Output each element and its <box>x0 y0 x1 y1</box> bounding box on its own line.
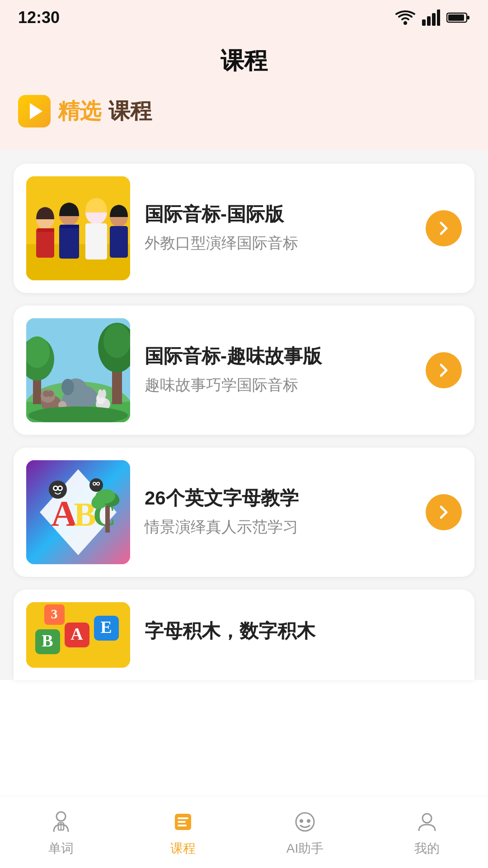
course-thumbnail-1 <box>26 176 130 280</box>
svg-rect-78 <box>178 821 186 823</box>
svg-rect-20 <box>38 228 54 232</box>
courses-icon <box>171 810 195 834</box>
ai-icon <box>293 810 317 834</box>
svg-point-63 <box>97 483 99 485</box>
signal-icon <box>422 9 440 26</box>
svg-rect-2 <box>427 16 431 26</box>
status-icons <box>395 9 470 26</box>
wifi-icon <box>395 9 416 26</box>
forest-illustration <box>26 318 130 422</box>
course-title-3: 26个英文字母教学 <box>145 487 411 509</box>
svg-rect-19 <box>110 226 128 258</box>
course-card-4[interactable]: B A E 3 字母积木，数字积木 <box>14 590 474 680</box>
svg-rect-7 <box>448 14 464 21</box>
nav-icon-mine <box>413 807 441 836</box>
svg-point-0 <box>404 21 407 25</box>
svg-rect-3 <box>432 13 436 26</box>
nav-icon-words <box>47 807 75 836</box>
svg-point-37 <box>47 391 54 397</box>
svg-point-83 <box>422 814 432 823</box>
mine-icon <box>415 810 439 834</box>
svg-rect-77 <box>178 817 188 819</box>
course-card-2[interactable]: 国际音标-趣味故事版 趣味故事巧学国际音标 <box>14 306 474 435</box>
course-thumbnail-3: A B C <box>26 460 130 564</box>
nav-label-courses: 课程 <box>170 840 196 857</box>
blocks-illustration: B A E 3 <box>26 602 130 668</box>
svg-point-82 <box>307 819 310 823</box>
svg-point-59 <box>89 478 103 492</box>
svg-rect-13 <box>36 228 54 258</box>
svg-point-73 <box>56 812 66 821</box>
svg-rect-15 <box>59 225 79 259</box>
course-subtitle-2: 趣味故事巧学国际音标 <box>145 375 411 396</box>
svg-text:A: A <box>70 624 83 643</box>
course-subtitle-1: 外教口型演绎国际音标 <box>145 233 411 254</box>
svg-rect-55 <box>105 505 110 533</box>
words-icon <box>49 810 73 834</box>
course-thumbnail-2 <box>26 318 130 422</box>
abc-illustration: A B C <box>26 460 130 564</box>
course-title-4: 字母积木，数字积木 <box>145 620 462 642</box>
course-title-2: 国际音标-趣味故事版 <box>145 345 411 368</box>
featured-section: 精选 课程 <box>0 95 488 150</box>
course-info-2: 国际音标-趣味故事版 趣味故事巧学国际音标 <box>145 345 411 396</box>
nav-item-mine[interactable]: 我的 <box>366 807 488 857</box>
students-illustration <box>26 176 130 280</box>
nav-item-words[interactable]: 单词 <box>0 807 122 857</box>
course-info-1: 国际音标-国际版 外教口型演绎国际音标 <box>145 203 411 254</box>
nav-label-ai: AI助手 <box>286 840 324 857</box>
nav-label-mine: 我的 <box>414 840 440 857</box>
arrow-right-icon <box>436 220 452 236</box>
svg-point-54 <box>59 487 61 490</box>
course-subtitle-3: 情景演绎真人示范学习 <box>145 517 411 538</box>
status-bar: 12:30 <box>0 0 488 32</box>
svg-point-81 <box>300 819 303 823</box>
featured-label: 精选 课程 <box>18 95 470 127</box>
arrow-right-icon-3 <box>436 504 452 520</box>
svg-point-33 <box>61 379 74 395</box>
course-title-1: 国际音标-国际版 <box>145 203 411 226</box>
course-arrow-1[interactable] <box>426 210 462 246</box>
course-card-1[interactable]: 国际音标-国际版 外教口型演绎国际音标 <box>14 164 474 293</box>
course-arrow-2[interactable] <box>426 352 462 388</box>
battery-icon <box>446 11 470 24</box>
svg-text:B: B <box>42 631 53 650</box>
svg-text:3: 3 <box>51 606 58 621</box>
page-title: 课程 <box>0 45 488 77</box>
bottom-nav: 单词 课程 AI助手 <box>0 796 488 868</box>
page-header: 课程 <box>0 32 488 95</box>
course-info-4: 字母积木，数字积木 <box>145 620 462 650</box>
svg-rect-1 <box>422 19 426 26</box>
svg-text:E: E <box>100 618 112 637</box>
featured-kecheng: 课程 <box>108 97 152 126</box>
status-time: 12:30 <box>18 8 60 27</box>
svg-point-53 <box>54 487 57 490</box>
nav-icon-ai <box>291 807 319 836</box>
svg-point-41 <box>102 389 106 398</box>
svg-rect-6 <box>467 16 469 19</box>
svg-rect-79 <box>178 825 187 826</box>
nav-item-ai[interactable]: AI助手 <box>244 807 366 857</box>
arrow-right-icon-2 <box>436 362 452 378</box>
course-card-3[interactable]: A B C <box>14 448 474 577</box>
featured-jing: 精选 <box>58 97 101 126</box>
svg-rect-17 <box>85 223 107 259</box>
scroll-area: 课程 精选 课程 <box>0 32 488 827</box>
course-list: 国际音标-国际版 外教口型演绎国际音标 <box>0 150 488 680</box>
featured-logo-icon <box>18 95 51 127</box>
svg-rect-4 <box>437 9 440 26</box>
svg-rect-21 <box>61 225 79 228</box>
svg-point-80 <box>296 813 314 831</box>
course-thumbnail-4: B A E 3 <box>26 602 130 668</box>
nav-label-words: 单词 <box>48 840 74 857</box>
nav-icon-courses <box>169 807 197 836</box>
course-info-3: 26个英文字母教学 情景演绎真人示范学习 <box>145 487 411 538</box>
nav-item-courses[interactable]: 课程 <box>122 807 244 857</box>
svg-point-62 <box>94 483 95 485</box>
svg-point-30 <box>103 324 130 358</box>
course-arrow-3[interactable] <box>426 494 462 530</box>
